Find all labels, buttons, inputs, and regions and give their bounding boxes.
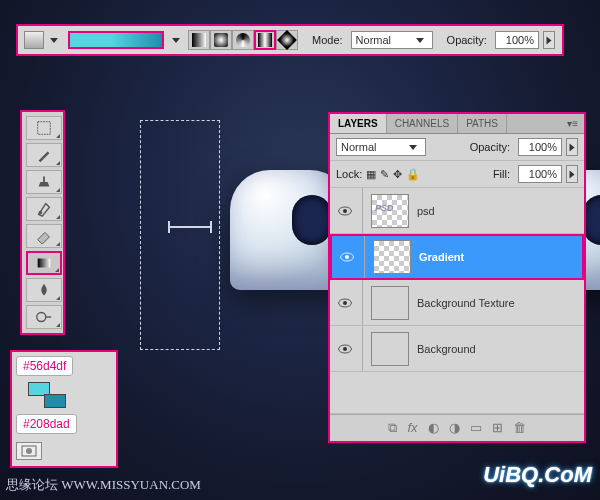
svg-point-10 — [345, 255, 349, 259]
panel-menu-button[interactable]: ▾≡ — [561, 114, 584, 133]
watermark-right: UiBQ.CoM — [483, 462, 592, 488]
watermark-left: 思缘论坛 WWW.MISSYUAN.COM — [6, 476, 201, 494]
visibility-toggle[interactable] — [338, 248, 356, 266]
color-hex-2: #208dad — [16, 414, 77, 434]
opacity-value: 100% — [506, 34, 534, 46]
layer-name[interactable]: Background — [417, 343, 476, 355]
svg-rect-2 — [38, 259, 51, 268]
fill-label: Fill: — [493, 168, 510, 180]
tab-paths[interactable]: PATHS — [458, 114, 507, 133]
gradient-reflected-button[interactable] — [254, 30, 276, 50]
tab-layers[interactable]: LAYERS — [330, 114, 387, 133]
quick-mask-button[interactable] — [16, 442, 42, 460]
tab-channels[interactable]: CHANNELS — [387, 114, 458, 133]
panel-tab-bar: LAYERS CHANNELS PATHS ▾≡ — [330, 114, 584, 134]
color-hex-1: #56d4df — [16, 356, 73, 376]
patch-tool[interactable] — [26, 116, 62, 140]
fill-value: 100% — [529, 168, 557, 180]
gradient-color-callout: #56d4df #208dad — [10, 350, 118, 468]
layer-opacity-label: Opacity: — [470, 141, 510, 153]
brush-tool[interactable] — [26, 143, 62, 167]
opacity-flyout-button[interactable] — [543, 31, 555, 49]
fill-input[interactable]: 100% — [518, 165, 562, 183]
link-layers-icon[interactable]: ⧉ — [388, 420, 397, 436]
layer-thumbnail[interactable] — [371, 286, 409, 320]
gradient-angle-button[interactable] — [232, 30, 254, 50]
layer-name[interactable]: psd — [417, 205, 435, 217]
gradient-linear-button[interactable] — [188, 30, 210, 50]
gradient-stop-swatches — [28, 382, 78, 408]
opacity-input[interactable]: 100% — [495, 31, 539, 49]
blend-mode-dropdown[interactable]: Normal — [351, 31, 433, 49]
layer-name[interactable]: Background Texture — [417, 297, 515, 309]
layer-mask-icon[interactable]: ◐ — [428, 420, 439, 436]
lock-label: Lock: — [336, 168, 362, 180]
visibility-toggle[interactable] — [336, 340, 354, 358]
chevron-down-icon — [409, 145, 417, 150]
layer-thumbnail[interactable] — [373, 240, 411, 274]
gradient-options-bar: Mode: Normal Opacity: 100% — [16, 24, 564, 56]
color-swatch-end[interactable] — [44, 394, 66, 408]
layer-thumbnail[interactable] — [371, 332, 409, 366]
delete-layer-icon[interactable]: 🗑 — [513, 420, 526, 436]
clone-stamp-tool[interactable] — [26, 170, 62, 194]
lock-transparency-icon[interactable]: ▦ — [366, 168, 376, 181]
gradient-type-group — [188, 30, 298, 50]
layer-opacity-value: 100% — [529, 141, 557, 153]
gradient-radial-button[interactable] — [210, 30, 232, 50]
layer-row[interactable]: Gradient — [330, 234, 584, 280]
gradient-drag-indicator — [170, 226, 210, 228]
layer-name[interactable]: Gradient — [419, 251, 464, 263]
new-layer-icon[interactable]: ⊞ — [492, 420, 503, 436]
chevron-down-icon[interactable] — [50, 38, 58, 43]
svg-point-1 — [39, 211, 43, 215]
layers-panel-footer: ⧉ fx ◐ ◑ ▭ ⊞ 🗑 — [330, 414, 584, 441]
svg-point-6 — [26, 448, 32, 454]
lock-position-icon[interactable]: ✥ — [393, 168, 402, 181]
svg-point-14 — [343, 347, 347, 351]
layer-blend-mode-dropdown[interactable]: Normal — [336, 138, 426, 156]
layers-panel: LAYERS CHANNELS PATHS ▾≡ Normal Opacity:… — [328, 112, 586, 443]
adjustment-layer-icon[interactable]: ◑ — [449, 420, 460, 436]
gradient-diamond-button[interactable] — [276, 30, 298, 50]
lock-pixels-icon[interactable]: ✎ — [380, 168, 389, 181]
blend-mode-value: Normal — [356, 34, 391, 46]
mode-label: Mode: — [312, 34, 343, 46]
fill-flyout-button[interactable] — [566, 165, 578, 183]
layer-row[interactable]: psd — [330, 188, 584, 234]
layer-blend-mode-value: Normal — [341, 141, 376, 153]
svg-point-8 — [343, 209, 347, 213]
toolbox — [20, 110, 65, 335]
blur-tool[interactable] — [26, 278, 62, 302]
gradient-tool[interactable] — [26, 251, 62, 275]
chevron-down-icon — [416, 38, 424, 43]
history-brush-tool[interactable] — [26, 197, 62, 221]
gradient-preview[interactable] — [68, 31, 164, 49]
layer-fx-icon[interactable]: fx — [407, 420, 417, 436]
opacity-flyout-button[interactable] — [566, 138, 578, 156]
layer-row[interactable]: Background — [330, 326, 584, 372]
lock-all-icon[interactable]: 🔒 — [406, 168, 420, 181]
layer-thumbnail[interactable] — [371, 194, 409, 228]
dodge-tool[interactable] — [26, 305, 62, 329]
visibility-toggle[interactable] — [336, 202, 354, 220]
eraser-tool[interactable] — [26, 224, 62, 248]
svg-point-3 — [37, 313, 46, 322]
layer-row[interactable]: Background Texture — [330, 280, 584, 326]
layer-list: psd Gradient Background Texture Backgrou… — [330, 188, 584, 414]
chevron-down-icon[interactable] — [172, 38, 180, 43]
new-group-icon[interactable]: ▭ — [470, 420, 482, 436]
opacity-label: Opacity: — [447, 34, 487, 46]
tool-preset-picker[interactable] — [24, 31, 44, 49]
selection-marquee — [140, 120, 220, 350]
visibility-toggle[interactable] — [336, 294, 354, 312]
svg-point-12 — [343, 301, 347, 305]
layer-opacity-input[interactable]: 100% — [518, 138, 562, 156]
chevron-right-icon — [546, 36, 551, 44]
svg-rect-0 — [38, 122, 51, 135]
